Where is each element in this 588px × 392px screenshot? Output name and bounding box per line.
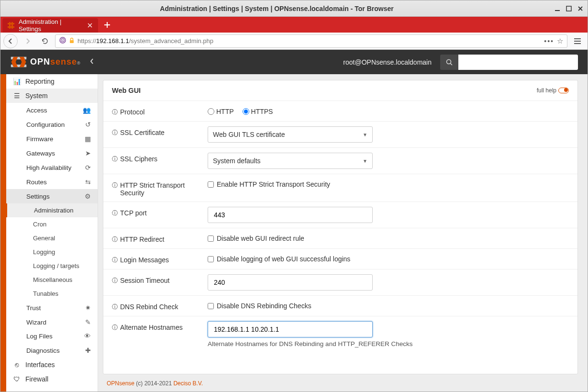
svg-rect-0	[555, 10, 560, 11]
toggle-icon	[558, 88, 569, 93]
sidebar-item-misc[interactable]: Miscellaneous	[6, 273, 98, 287]
row-hsts: ⓘHTTP Strict Transport Security Enable H…	[103, 174, 577, 202]
info-icon[interactable]: ⓘ	[112, 181, 118, 190]
tab-title: Administration | Settings	[19, 18, 83, 33]
sidebar-item-administration[interactable]: Administration	[6, 203, 98, 217]
history-icon: ↺	[85, 121, 91, 128]
login-messages-checkbox[interactable]: Disable logging of web GUI successful lo…	[208, 254, 569, 263]
sidebar-item-firewall[interactable]: 🛡Firewall	[6, 372, 98, 386]
hsts-checkbox[interactable]: Enable HTTP Strict Transport Security	[208, 179, 569, 188]
tab-close-icon[interactable]	[87, 22, 93, 29]
bookmark-star-icon[interactable]: ☆	[557, 37, 563, 45]
protocol-http-radio[interactable]: HTTP	[208, 108, 234, 115]
svg-rect-1	[566, 6, 571, 11]
ssl-certificate-select[interactable]: Web GUI TLS certificate▼	[208, 126, 373, 143]
sidebar-item-general[interactable]: General	[6, 231, 98, 245]
row-login-messages: ⓘLogin Messages Disable logging of web G…	[103, 248, 577, 269]
row-ssl-ciphers: ⓘSSL Ciphers System defaults▼	[103, 147, 577, 174]
http-redirect-checkbox[interactable]: Disable web GUI redirect rule	[208, 233, 569, 242]
sidebar-item-firmware[interactable]: Firmware▦	[6, 132, 98, 146]
sidebar-item-gateways[interactable]: Gateways➤	[6, 146, 98, 160]
page-actions-icon[interactable]: •••	[544, 37, 554, 45]
sidebar-item-logging[interactable]: Logging	[6, 245, 98, 259]
window-title: Administration | Settings | System | OPN…	[4, 5, 549, 12]
users-icon: 👥	[83, 106, 91, 114]
tor-circuit-icon[interactable]	[59, 37, 66, 45]
settings-panel: Web GUI full help ⓘProtocol HTTP HTTPS	[103, 80, 578, 374]
svg-point-14	[447, 59, 451, 64]
footer-company-link[interactable]: Deciso B.V.	[173, 380, 203, 387]
ssl-ciphers-select[interactable]: System defaults▼	[208, 153, 373, 169]
sidebar-item-interfaces[interactable]: ⎋Interfaces	[6, 358, 98, 372]
info-icon[interactable]: ⓘ	[112, 277, 118, 285]
svg-rect-2	[8, 23, 14, 24]
alternate-hostnames-input[interactable]	[208, 321, 373, 337]
row-tcp-port: ⓘTCP port	[103, 202, 577, 228]
svg-rect-9	[70, 40, 74, 43]
caret-down-icon: ▼	[363, 132, 367, 137]
maximize-button[interactable]	[566, 5, 572, 12]
protocol-https-radio[interactable]: HTTPS	[243, 108, 273, 115]
full-help-toggle[interactable]: full help	[537, 87, 569, 94]
row-protocol: ⓘProtocol HTTP HTTPS	[103, 101, 577, 121]
close-window-button[interactable]	[577, 5, 584, 12]
dns-rebind-checkbox[interactable]: Disable DNS Rebinding Checks	[208, 301, 569, 310]
info-icon[interactable]: ⓘ	[112, 155, 118, 163]
sidebar-item-system[interactable]: ☰System	[6, 89, 98, 103]
brand-text-b: sense	[50, 57, 77, 67]
sidebar-item-routes[interactable]: Routes⇆	[6, 175, 98, 189]
svg-rect-3	[8, 26, 14, 28]
new-tab-button[interactable]	[100, 18, 114, 32]
row-http-redirect: ⓘHTTP Redirect Disable web GUI redirect …	[103, 228, 577, 248]
location-icon: ➤	[85, 149, 91, 157]
info-icon[interactable]: ⓘ	[112, 256, 118, 264]
back-button[interactable]	[3, 34, 18, 48]
sidebar-item-diagnostics[interactable]: Diagnostics✚	[6, 343, 98, 358]
session-timeout-input[interactable]	[208, 274, 373, 291]
tcp-port-input[interactable]	[208, 207, 373, 223]
info-icon[interactable]: ⓘ	[112, 303, 118, 311]
medkit-icon: ✚	[85, 347, 91, 354]
url-bar[interactable]: https://192.168.1.1/system_advanced_admi…	[55, 34, 567, 48]
sidebar-item-tunables[interactable]: Tunables	[6, 287, 98, 301]
wand-icon: ✎	[85, 318, 91, 326]
footer-brand-link[interactable]: OPNsense	[107, 380, 134, 387]
row-alternate-hostnames: ⓘAlternate Hostnames Alternate Hostnames…	[103, 316, 577, 352]
lock-icon[interactable]	[69, 37, 75, 45]
sidebar-item-wizard[interactable]: Wizard✎	[6, 315, 98, 329]
sidebar-item-access[interactable]: Access👥	[6, 103, 98, 117]
sidebar-item-ha[interactable]: High Availability⟳	[6, 160, 98, 175]
sidebar-item-settings[interactable]: Settings⚙	[6, 189, 98, 203]
sidebar-item-logfiles[interactable]: Log Files👁	[6, 329, 98, 343]
eye-icon: 👁	[84, 333, 91, 340]
window-titlebar: Administration | Settings | System | OPN…	[0, 0, 588, 17]
browser-tab[interactable]: Administration | Settings	[2, 18, 98, 33]
forward-button	[21, 34, 35, 48]
sidebar[interactable]: 📊Reporting ☰System Access👥 Configuration…	[6, 74, 98, 392]
user-info[interactable]: root@OPNsense.localdomain	[343, 58, 432, 66]
row-dns-rebind: ⓘDNS Rebind Check Disable DNS Rebinding …	[103, 295, 577, 316]
info-icon[interactable]: ⓘ	[112, 324, 118, 332]
info-icon[interactable]: ⓘ	[112, 129, 118, 137]
browser-menu-button[interactable]	[570, 34, 585, 48]
tab-favicon-icon	[7, 22, 15, 29]
brand-text-a: OPN	[30, 57, 50, 67]
sidebar-item-configuration[interactable]: Configuration↺	[6, 117, 98, 132]
row-ssl-certificate: ⓘSSL Certificate Web GUI TLS certificate…	[103, 121, 577, 147]
plug-icon: ⎋	[13, 361, 21, 369]
sidebar-item-logging-targets[interactable]: Logging / targets	[6, 259, 98, 273]
search-input[interactable]	[458, 55, 578, 70]
minimize-button[interactable]	[554, 5, 561, 12]
reload-button[interactable]	[38, 34, 52, 48]
search-button[interactable]	[440, 55, 458, 70]
info-icon[interactable]: ⓘ	[112, 108, 118, 116]
sidebar-item-trust[interactable]: Trust✷	[6, 301, 98, 315]
sidebar-collapse-button[interactable]	[89, 58, 94, 66]
browser-chrome: Administration | Settings https://192.16…	[0, 17, 588, 50]
info-icon[interactable]: ⓘ	[112, 235, 118, 244]
sidebar-item-cron[interactable]: Cron	[6, 217, 98, 231]
logo[interactable]: OPNsense®	[10, 55, 81, 69]
chip-icon: ▦	[85, 135, 91, 143]
sidebar-item-reporting[interactable]: 📊Reporting	[6, 74, 98, 89]
info-icon[interactable]: ⓘ	[112, 209, 118, 217]
